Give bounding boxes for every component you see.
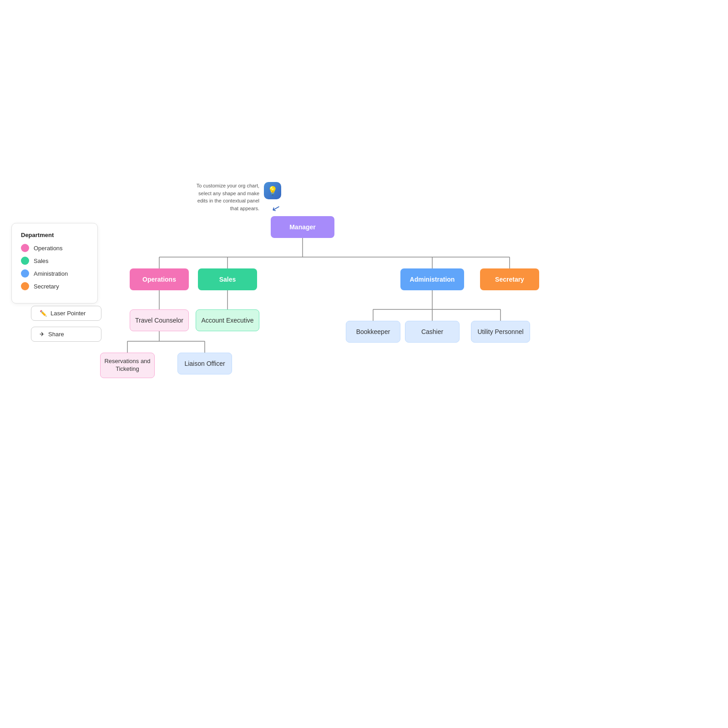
laser-pointer-label: Laser Pointer <box>51 310 86 317</box>
sales-dot <box>21 257 29 265</box>
legend-panel: Department Operations Sales Aministratio… <box>11 223 98 303</box>
manager-node[interactable]: Manager <box>271 216 334 238</box>
legend-item-administration: Aministration <box>21 269 88 278</box>
share-label: Share <box>48 331 64 338</box>
cashier-node[interactable]: Cashier <box>405 321 460 343</box>
share-button[interactable]: ✈ Share <box>31 327 101 342</box>
administration-node[interactable]: Administration <box>400 268 464 290</box>
account-executive-node[interactable]: Account Executive <box>196 309 259 331</box>
liaison-officer-node[interactable]: Liaison Officer <box>177 353 232 374</box>
administration-dot <box>21 269 29 278</box>
manager-label: Manager <box>289 223 316 231</box>
secretary-top-label: Secretary <box>495 275 524 283</box>
utility-personnel-node[interactable]: Utility Personnel <box>471 321 530 343</box>
sales-label: Sales <box>219 275 236 283</box>
cashier-label: Cashier <box>421 328 443 336</box>
secretary-top-node[interactable]: Secretary <box>480 268 539 290</box>
operations-node[interactable]: Operations <box>130 268 189 290</box>
legend-label-operations: Operations <box>34 245 63 252</box>
liaison-officer-label: Liaison Officer <box>184 359 225 368</box>
legend-item-sales: Sales <box>21 257 88 265</box>
operations-dot <box>21 244 29 252</box>
legend-item-operations: Operations <box>21 244 88 252</box>
account-executive-label: Account Executive <box>201 316 253 324</box>
share-icon: ✈ <box>40 331 45 338</box>
lightbulb-icon: 💡 <box>264 182 281 199</box>
legend-label-secretary: Secretary <box>34 283 59 290</box>
bookkeeper-node[interactable]: Bookkeeper <box>346 321 400 343</box>
connector-lines <box>114 216 614 412</box>
org-chart: Manager Operations Sales Administration … <box>114 216 682 412</box>
reservations-ticketing-label: Reservations and Ticketing <box>104 358 151 373</box>
administration-label: Administration <box>410 275 455 283</box>
travel-counselor-label: Travel Counselor <box>135 316 183 324</box>
laser-pointer-icon: ✏️ <box>40 310 47 317</box>
org-wrap: Manager Operations Sales Administration … <box>114 216 614 412</box>
tooltip-text: To customize your org chart, select any … <box>196 182 259 212</box>
utility-personnel-label: Utility Personnel <box>477 328 523 336</box>
tooltip-container: To customize your org chart, select any … <box>196 182 281 212</box>
legend-item-secretary: Secretary <box>21 282 88 290</box>
bookkeeper-label: Bookkeeper <box>356 328 390 336</box>
legend-title: Department <box>21 232 88 238</box>
operations-label: Operations <box>142 275 176 283</box>
legend-label-sales: Sales <box>34 258 49 264</box>
laser-pointer-button[interactable]: ✏️ Laser Pointer <box>31 306 101 321</box>
sales-node[interactable]: Sales <box>198 268 257 290</box>
reservations-ticketing-node[interactable]: Reservations and Ticketing <box>100 353 155 378</box>
legend-label-administration: Aministration <box>34 270 68 277</box>
secretary-dot <box>21 282 29 290</box>
travel-counselor-node[interactable]: Travel Counselor <box>130 309 189 331</box>
